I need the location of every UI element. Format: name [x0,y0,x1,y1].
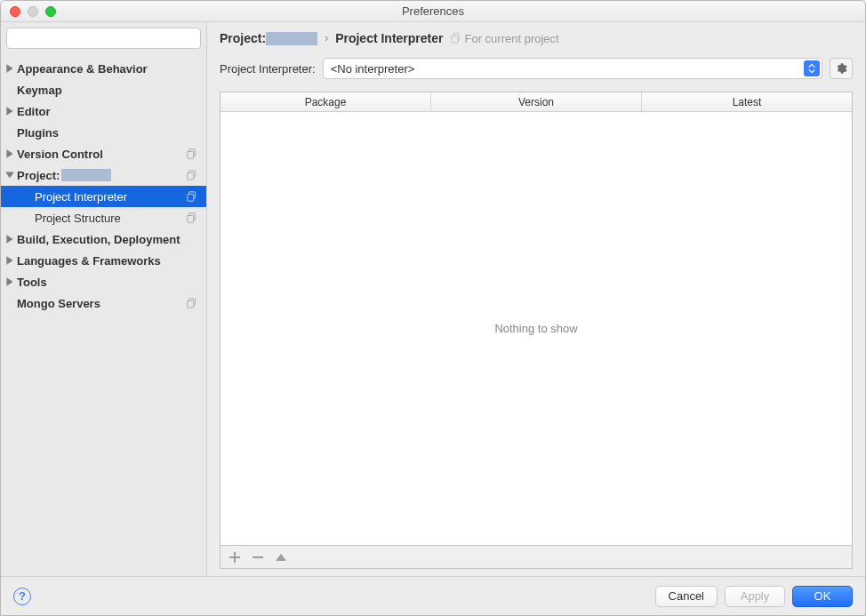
sidebar-item-label: Editor [17,105,51,118]
sidebar-item-label: Tools [17,276,47,289]
project-name-redacted [61,169,111,181]
copy-icon [187,191,197,202]
chevron-right-icon [4,255,15,266]
sidebar-item-languages-frameworks[interactable]: Languages & Frameworks [1,250,206,271]
copy-icon [451,33,461,44]
sidebar-item-version-control[interactable]: Version Control [1,143,206,164]
copy-icon [187,212,197,223]
sidebar-item-label: Keymap [17,84,62,97]
zoom-window-button[interactable] [45,6,56,17]
window-title: Preferences [1,4,865,18]
sidebar-item-label: Build, Execution, Deployment [17,233,180,246]
project-name-redacted [266,32,317,45]
apply-button[interactable]: Apply [725,586,785,607]
window-controls [10,6,56,17]
remove-package-button[interactable] [251,550,265,564]
dropdown-arrows-icon [804,60,820,76]
breadcrumb-project: Project: [220,31,317,45]
minimize-window-button[interactable] [28,6,38,17]
sidebar-item-tools[interactable]: Tools [1,271,206,292]
sidebar-item-build-execution-deployment[interactable]: Build, Execution, Deployment [1,228,206,250]
help-button[interactable]: ? [13,588,31,605]
sidebar-item-label: Project Structure [35,212,121,225]
svg-rect-13 [451,36,457,43]
preferences-tree: Appearance & Behavior Keymap Editor Plug… [1,54,206,314]
sidebar-item-appearance-behavior[interactable]: Appearance & Behavior [1,58,206,79]
help-icon: ? [19,589,26,603]
chevron-right-icon [4,106,15,116]
copy-icon [187,170,197,180]
chevron-down-icon [4,170,15,180]
interpreter-settings-button[interactable] [830,58,853,79]
interpreter-row: Project Interpreter: <No interpreter> [220,58,853,79]
sidebar-item-label: Languages & Frameworks [17,254,161,268]
svg-rect-9 [188,215,194,222]
triangle-up-icon [274,550,288,564]
sidebar-item-label: Appearance & Behavior [17,62,148,76]
preferences-content: Project: › Project Interpreter For curre… [207,22,865,576]
breadcrumb: Project: › Project Interpreter For curre… [220,31,853,45]
column-latest[interactable]: Latest [642,92,852,111]
sidebar-item-project[interactable]: Project: [1,164,206,186]
svg-rect-5 [188,172,194,180]
interpreter-select[interactable]: <No interpreter> [323,58,822,79]
ok-button[interactable]: OK [792,586,853,607]
breadcrumb-current: Project Interpreter [335,31,443,45]
titlebar: Preferences [1,1,865,22]
svg-rect-7 [188,194,194,201]
interpreter-label: Project Interpreter: [220,62,316,76]
packages-toolbar [220,546,853,569]
sidebar-item-project-structure[interactable]: Project Structure [1,207,206,228]
sidebar-item-keymap[interactable]: Keymap [1,79,206,100]
sidebar-item-label: Version Control [17,148,103,161]
packages-table: Package Version Latest Nothing to show [220,92,853,546]
svg-rect-3 [188,151,194,158]
sidebar-item-label: Project Interpreter [35,190,127,204]
sidebar-item-editor[interactable]: Editor [1,100,206,122]
sidebar-item-mongo-servers[interactable]: Mongo Servers [1,292,206,314]
table-body-empty: Nothing to show [221,112,852,545]
chevron-right-icon [4,63,15,74]
copy-icon [187,148,197,159]
sidebar-item-project-interpreter[interactable]: Project Interpreter [1,186,206,207]
table-header: Package Version Latest [221,92,852,112]
cancel-button[interactable]: Cancel [655,586,718,607]
dialog-footer: ? Cancel Apply OK [1,576,865,615]
add-package-button[interactable] [228,550,242,564]
empty-text: Nothing to show [494,322,577,335]
preferences-sidebar: Appearance & Behavior Keymap Editor Plug… [1,22,207,576]
upgrade-package-button[interactable] [274,550,288,564]
close-window-button[interactable] [10,6,20,17]
svg-rect-11 [188,300,194,308]
sidebar-item-plugins[interactable]: Plugins [1,122,206,143]
interpreter-value: <No interpreter> [331,62,415,76]
sidebar-item-label: Project: [17,169,111,182]
chevron-right-icon [4,148,15,159]
sidebar-item-label: Mongo Servers [17,297,100,310]
chevron-right-icon [4,234,15,244]
minus-icon [251,550,265,564]
column-package[interactable]: Package [221,92,431,111]
breadcrumb-hint: For current project [451,32,559,45]
plus-icon [228,550,242,564]
chevron-right-icon [4,276,15,287]
gear-icon [835,62,847,75]
breadcrumb-separator: › [325,32,328,44]
copy-icon [187,298,197,308]
sidebar-item-label: Plugins [17,126,59,140]
column-version[interactable]: Version [431,92,642,111]
search-input[interactable] [6,28,201,49]
